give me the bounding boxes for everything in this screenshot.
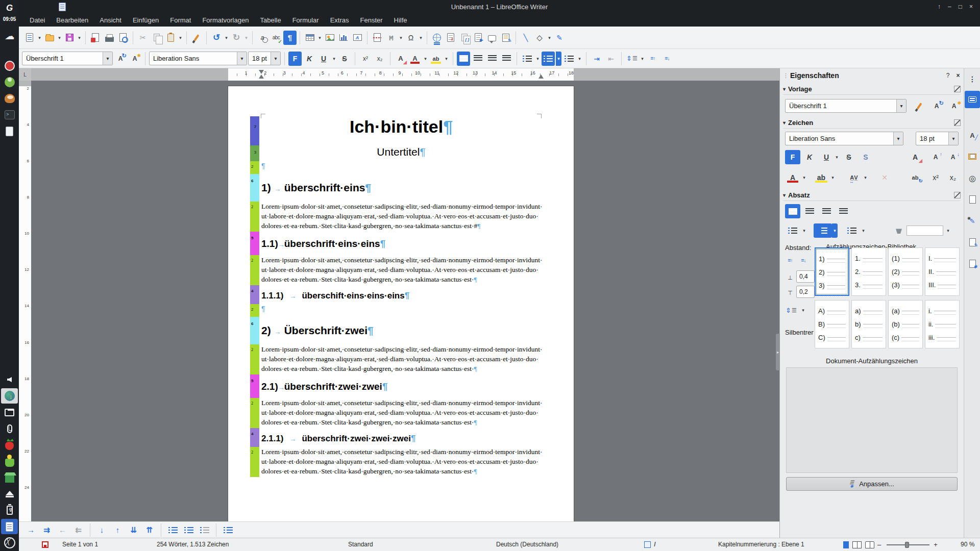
paragraph-body[interactable]: 2 Lorem·ipsum·dolor·sit·amet,·consetetur…: [261, 255, 541, 285]
numbering-option-4[interactable]: I. II. III.: [925, 247, 960, 296]
maximize-button[interactable]: □: [959, 3, 962, 10]
paragraph-title[interactable]: 7 Ich·bin·titel¶: [261, 116, 541, 145]
ordered-list-dropdown[interactable]: [556, 52, 561, 66]
sidebar-align-right-toggle[interactable]: [819, 204, 834, 218]
basic-shapes-dropdown[interactable]: [547, 31, 552, 45]
paragraph-body[interactable]: 2 Lorem·ipsum·dolor·sit·amet,·consetetur…: [261, 344, 541, 374]
undo-button[interactable]: [210, 31, 223, 45]
numbering-option-3[interactable]: (1) (2) (3): [888, 247, 923, 296]
outline-numbering-button[interactable]: [221, 524, 235, 536]
sidebar-fontsize-dropdown[interactable]: [948, 132, 958, 145]
book-view-button[interactable]: [865, 541, 874, 548]
menu-tabelle[interactable]: Tabelle: [254, 15, 286, 26]
sidebar-superscript-toggle[interactable]: x²: [928, 170, 943, 185]
document-modified-icon[interactable]: [42, 541, 48, 548]
underline-dropdown[interactable]: [331, 52, 337, 66]
sidebar-paragraph-background-button[interactable]: [891, 223, 906, 238]
sidebar-font-color-button[interactable]: A: [785, 170, 800, 185]
bold-toggle[interactable]: F: [288, 52, 302, 66]
redo-button[interactable]: [230, 31, 243, 45]
dock-item-bottom-logo[interactable]: [1, 535, 18, 550]
insert-table-button[interactable]: [303, 31, 316, 45]
sidebar-align-center-toggle[interactable]: [802, 204, 817, 218]
outline-list-dropdown[interactable]: [577, 52, 582, 66]
special-character-button[interactable]: [404, 31, 418, 45]
sidebar-underline-dropdown[interactable]: [834, 150, 840, 164]
more-options-icon[interactable]: [954, 119, 961, 126]
decrease-paragraph-spacing-button[interactable]: [660, 52, 674, 66]
sidebar-outline-toggle[interactable]: [844, 223, 860, 238]
save-button[interactable]: [63, 31, 76, 45]
sidebar-decrease-spacing-button[interactable]: [797, 253, 810, 267]
tab-properties-active[interactable]: [965, 91, 980, 108]
sidebar-update-style-button[interactable]: [929, 99, 944, 113]
paragraph-heading2[interactable]: 5 2.1)→überschrift·zwei·zwei¶: [261, 374, 541, 398]
sidebar-strikethrough-toggle[interactable]: S: [841, 150, 856, 164]
no-list-button[interactable]: [198, 524, 211, 536]
dock-item-recorder[interactable]: [1, 58, 18, 73]
insert-line-button[interactable]: [519, 31, 532, 45]
keep-above-button[interactable]: ↑: [938, 3, 941, 10]
sidebar-increase-size-button[interactable]: [928, 150, 943, 164]
tab-navigator[interactable]: [966, 171, 979, 185]
paste-dropdown[interactable]: [178, 31, 183, 45]
demote-level-button[interactable]: →: [24, 524, 38, 536]
justify-toggle[interactable]: [500, 52, 513, 66]
paragraph-body[interactable]: 2 Lorem·ipsum·dolor·sit·amet,·consetetur…: [261, 447, 541, 477]
paragraph-style-dropdown[interactable]: [103, 52, 112, 65]
insert-field-button[interactable]: [384, 31, 398, 45]
sidebar-unordered-list-dropdown[interactable]: [801, 223, 807, 238]
move-down-button[interactable]: ↓: [95, 524, 109, 536]
increase-indent-button[interactable]: [590, 52, 603, 66]
sidebar-line-spacing-button[interactable]: [784, 303, 798, 317]
superscript-toggle[interactable]: x²: [359, 52, 372, 66]
sidebar-style-combobox[interactable]: Überschrift 1: [785, 99, 906, 113]
sidebar-paragraph-background-dropdown[interactable]: [945, 223, 951, 238]
dock-item-writer-active[interactable]: [1, 519, 18, 534]
sidebar-close-button[interactable]: ×: [952, 72, 964, 79]
more-options-icon[interactable]: [954, 192, 961, 198]
dock-item-package[interactable]: [1, 470, 18, 485]
insert-field-dropdown[interactable]: [398, 31, 404, 45]
sidebar-rotate-text-button[interactable]: [908, 170, 923, 185]
font-name-dropdown[interactable]: [237, 52, 247, 65]
dock-item-cloud[interactable]: [1, 28, 18, 43]
document-text-area[interactable]: 7 Ich·bin·titel¶ 3 Untertitel¶ 2 ¶ 6 1)→…: [261, 116, 541, 477]
dock-item-mascot[interactable]: [1, 91, 18, 106]
spellcheck-button[interactable]: [270, 31, 283, 45]
highlight-color-button[interactable]: ab: [429, 52, 443, 66]
copy-button[interactable]: [150, 31, 163, 45]
sidebar-character-spacing-button[interactable]: [846, 170, 862, 185]
sidebar-shadow-toggle[interactable]: S: [858, 150, 873, 164]
menu-format[interactable]: Format: [164, 15, 197, 26]
paragraph-body[interactable]: 2 Lorem·ipsum·dolor·sit·amet,·consetetur…: [261, 398, 541, 428]
tab-accessibility-check[interactable]: [966, 257, 979, 270]
dock-item-downloads[interactable]: [1, 388, 18, 404]
sidebar-fontsize-combobox[interactable]: 18 pt: [916, 132, 959, 145]
font-size-dropdown[interactable]: [271, 52, 280, 65]
dock-item-files[interactable]: [1, 123, 18, 139]
sidebar-align-left-toggle[interactable]: [785, 204, 800, 218]
insert-unnumbered-entry-button[interactable]: [166, 524, 180, 536]
sidebar-no-fill-button[interactable]: [877, 170, 892, 185]
undo-dropdown[interactable]: [224, 31, 229, 45]
align-right-toggle[interactable]: [485, 52, 499, 66]
paste-button[interactable]: [164, 31, 177, 45]
promote-with-subpoints-button[interactable]: ⇇: [71, 524, 85, 536]
paragraph-empty[interactable]: 2 ¶: [261, 304, 541, 317]
line-spacing-button[interactable]: [625, 52, 639, 66]
sidebar-justify-toggle[interactable]: [836, 204, 851, 218]
document-page[interactable]: 7 Ich·bin·titel¶ 3 Untertitel¶ 2 ¶ 6 1)→…: [228, 86, 574, 521]
move-up-button[interactable]: ↑: [111, 524, 125, 536]
above-paragraph-spacing-input[interactable]: 0,4: [796, 270, 815, 283]
dock-item-ideas[interactable]: [1, 454, 18, 469]
menu-formular[interactable]: Formular: [287, 15, 325, 26]
move-up-subpoints-button[interactable]: ⇈: [142, 524, 156, 536]
horizontal-ruler[interactable]: 123456789101112131415161718: [31, 68, 779, 81]
highlight-dropdown[interactable]: [444, 52, 449, 66]
unordered-list-dropdown[interactable]: [535, 52, 541, 66]
below-spacing-icon-button[interactable]: ⊤: [784, 286, 796, 300]
minimize-button[interactable]: –: [948, 3, 951, 10]
page-break-button[interactable]: [371, 31, 384, 45]
restart-numbering-button[interactable]: [182, 524, 195, 536]
